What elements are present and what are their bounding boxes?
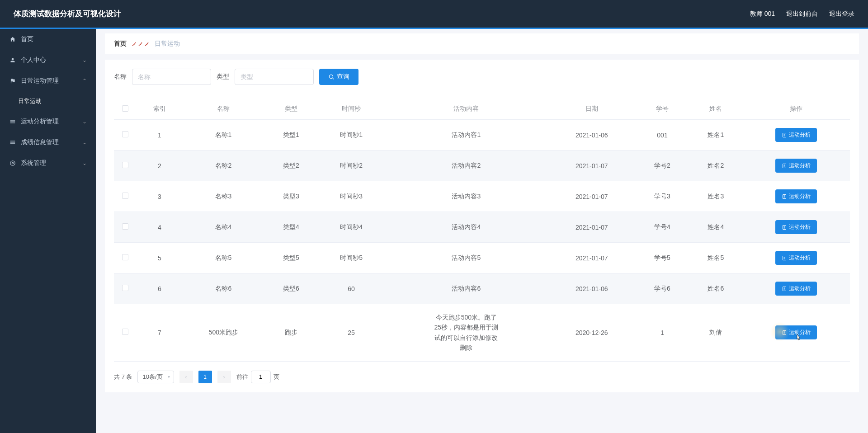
chevron-down-icon: ⌄ (82, 160, 87, 166)
table-cell-sno: 001 (636, 120, 689, 151)
table-cell-date: 2021-01-06 (548, 120, 636, 151)
svg-line-3 (333, 78, 334, 80)
sidebar-item-system[interactable]: 系统管理 ⌄ (0, 153, 96, 174)
select-all-checkbox[interactable] (122, 105, 128, 112)
chevron-right-icon: › (223, 374, 225, 380)
breadcrumb: 首页 ⟋⟋⟋ 日常运动 (105, 33, 859, 54)
table-cell-content: 活动内容5 (385, 243, 547, 273)
analyze-button-label: 运动分析 (789, 162, 811, 169)
row-checkbox[interactable] (122, 223, 128, 230)
table-cell-checkbox (114, 181, 137, 212)
document-icon (782, 194, 787, 199)
table-cell-type: 类型3 (264, 181, 318, 212)
table-cell-date: 2021-01-07 (548, 243, 636, 273)
content-card: 名称 类型 查询 索引 (105, 60, 859, 392)
table-header-name: 名称 (183, 99, 264, 120)
table-row: 3名称3类型3时间秒3活动内容32021-01-07学号3姓名3运动分析 (114, 181, 850, 212)
table-cell-checkbox (114, 273, 137, 304)
sidebar-subitem-label: 日常运动 (18, 97, 42, 105)
data-table: 索引 名称 类型 时间秒 活动内容 日期 学号 姓名 操作 1名称1类型1时间秒… (114, 99, 850, 362)
filter-name-input[interactable] (132, 69, 211, 85)
row-checkbox[interactable] (122, 329, 128, 335)
table-cell-sname: 姓名1 (689, 120, 742, 151)
back-to-front-link[interactable]: 退出到前台 (786, 10, 818, 18)
sidebar-item-sport-analysis[interactable]: 运动分析管理 ⌄ (0, 111, 96, 132)
table-cell-type: 类型4 (264, 212, 318, 243)
analyze-button[interactable]: 运动分析 (775, 220, 817, 234)
svg-point-0 (12, 162, 14, 164)
table-cell-content: 活动内容4 (385, 212, 547, 243)
table-cell-type: 跑步 (264, 304, 318, 362)
table-cell-time: 时间秒4 (318, 212, 385, 243)
sidebar-item-profile[interactable]: 个人中心 ⌄ (0, 50, 96, 71)
table-header-sname: 姓名 (689, 99, 742, 120)
chevron-down-icon: ⌄ (82, 118, 87, 125)
table-cell-sno: 学号5 (636, 243, 689, 273)
table-cell-name: 500米跑步 (183, 304, 264, 362)
table-cell-index: 1 (137, 120, 183, 151)
table-cell-sname: 姓名4 (689, 212, 742, 243)
page-goto-input[interactable] (251, 371, 271, 383)
table-header-content: 活动内容 (385, 99, 547, 120)
table-cell-action: 运动分析 (742, 243, 850, 273)
table-cell-name: 名称3 (183, 181, 264, 212)
pagination-goto: 前往 页 (236, 371, 279, 383)
filter-type-input[interactable] (235, 69, 314, 85)
page-number-button[interactable]: 1 (198, 371, 212, 383)
row-checkbox[interactable] (122, 254, 128, 260)
analyze-button[interactable]: 运动分析 (775, 189, 817, 203)
analyze-button[interactable]: 运动分析 (775, 128, 817, 142)
table-header-checkbox (114, 99, 137, 120)
sidebar-item-label: 运动分析管理 (21, 118, 82, 126)
search-button[interactable]: 查询 (319, 69, 359, 85)
chevron-down-icon: ⌄ (82, 139, 87, 146)
pagination: 共 7 条 10条/页 ‹ 1 › 前往 页 (114, 371, 850, 383)
analyze-button-label: 运动分析 (789, 131, 811, 139)
chevron-left-icon: ‹ (185, 374, 187, 380)
table-cell-date: 2020-12-26 (548, 304, 636, 362)
table-header-date: 日期 (548, 99, 636, 120)
sidebar-item-grade-info[interactable]: 成绩信息管理 ⌄ (0, 132, 96, 153)
sidebar-subitem-daily-sport[interactable]: 日常运动 (0, 91, 96, 111)
table-cell-index: 2 (137, 151, 183, 181)
table-cell-sno: 1 (636, 304, 689, 362)
table-cell-type: 类型2 (264, 151, 318, 181)
user-name[interactable]: 教师 001 (750, 10, 775, 18)
analyze-button[interactable]: 运动分析 (775, 251, 817, 265)
row-checkbox[interactable] (122, 285, 128, 291)
chevron-up-icon: ⌃ (82, 78, 87, 84)
sidebar-item-home[interactable]: 首页 (0, 29, 96, 50)
breadcrumb-home[interactable]: 首页 (114, 40, 127, 48)
settings-icon (9, 139, 16, 146)
table-cell-index: 7 (137, 304, 183, 362)
sidebar-item-daily-sport[interactable]: 日常运动管理 ⌃ (0, 71, 96, 91)
table-cell-action: 运动分析 (742, 273, 850, 304)
table-header-row: 索引 名称 类型 时间秒 活动内容 日期 学号 姓名 操作 (114, 99, 850, 120)
app-title: 体质测试数据分析及可视化设计 (14, 9, 121, 19)
table-cell-index: 5 (137, 243, 183, 273)
logout-link[interactable]: 退出登录 (829, 10, 854, 18)
table-cell-time: 时间秒5 (318, 243, 385, 273)
table-wrapper: 索引 名称 类型 时间秒 活动内容 日期 学号 姓名 操作 1名称1类型1时间秒… (114, 99, 850, 362)
breadcrumb-separator-icon: ⟋⟋⟋ (131, 40, 150, 47)
table-cell-time: 60 (318, 273, 385, 304)
table-row: 7500米跑步跑步25今天跑步500米。跑了25秒，内容都是用于测试的可以自行添… (114, 304, 850, 362)
page-next-button[interactable]: › (217, 371, 231, 383)
analyze-button[interactable]: 运动分析 (775, 282, 817, 296)
table-cell-time: 时间秒1 (318, 120, 385, 151)
table-cell-time: 时间秒2 (318, 151, 385, 181)
row-checkbox[interactable] (122, 131, 128, 137)
filter-bar: 名称 类型 查询 (114, 69, 850, 85)
home-icon (9, 36, 16, 43)
page-size-select[interactable]: 10条/页 (137, 371, 174, 383)
table-cell-action: 运动分析 (742, 212, 850, 243)
table-row: 4名称4类型4时间秒4活动内容42021-01-07学号4姓名4运动分析 (114, 212, 850, 243)
analyze-button[interactable]: 运动分析 (775, 325, 817, 339)
analyze-button[interactable]: 运动分析 (775, 159, 817, 173)
table-cell-sno: 学号4 (636, 212, 689, 243)
top-header: 体质测试数据分析及可视化设计 教师 001 退出到前台 退出登录 (0, 0, 868, 28)
row-checkbox[interactable] (122, 162, 128, 168)
svg-point-2 (329, 75, 333, 78)
row-checkbox[interactable] (122, 193, 128, 199)
page-prev-button[interactable]: ‹ (179, 371, 193, 383)
